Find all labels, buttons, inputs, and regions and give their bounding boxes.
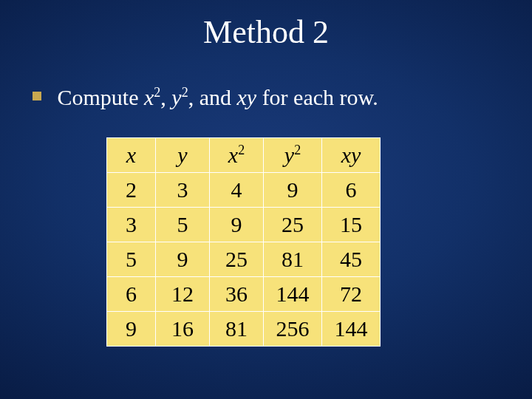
bullet-suffix: for each row. bbox=[256, 85, 378, 109]
table-row: 3 5 9 25 15 bbox=[107, 208, 381, 242]
cell-y: 12 bbox=[156, 277, 210, 312]
cell-xy: 144 bbox=[322, 312, 381, 347]
table-header-row: x y x2 y2 xy bbox=[107, 138, 381, 173]
bullet-icon bbox=[33, 92, 41, 100]
col-header-y2-sup: 2 bbox=[294, 143, 301, 157]
cell-y: 3 bbox=[156, 173, 210, 208]
col-header-x2: x2 bbox=[210, 138, 264, 173]
slide-title: Method 2 bbox=[0, 13, 532, 51]
cell-y2: 81 bbox=[264, 242, 322, 277]
bullet-exp2: 2 bbox=[182, 85, 188, 100]
cell-x2: 25 bbox=[210, 242, 264, 277]
bullet-var1: x bbox=[144, 85, 154, 109]
cell-y: 5 bbox=[156, 208, 210, 242]
cell-x: 2 bbox=[107, 173, 156, 208]
data-table-wrap: x y x2 y2 xy 2 3 4 9 6 3 5 9 25 15 5 bbox=[106, 137, 381, 347]
cell-x: 5 bbox=[107, 242, 156, 277]
cell-x: 6 bbox=[107, 277, 156, 312]
col-header-y-base: y bbox=[177, 143, 187, 167]
cell-x: 9 bbox=[107, 312, 156, 347]
cell-x2: 81 bbox=[210, 312, 264, 347]
cell-x2: 4 bbox=[210, 173, 264, 208]
table-row: 6 12 36 144 72 bbox=[107, 277, 381, 312]
bullet-sep2: , and bbox=[188, 85, 237, 109]
bullet-var2: y bbox=[171, 85, 181, 109]
col-header-xy: xy bbox=[322, 138, 381, 173]
bullet-exp1: 2 bbox=[154, 85, 160, 100]
cell-xy: 6 bbox=[322, 173, 381, 208]
cell-x: 3 bbox=[107, 208, 156, 242]
bullet-prefix: Compute bbox=[58, 85, 145, 109]
cell-y2: 25 bbox=[264, 208, 322, 242]
col-header-x2-sup: 2 bbox=[238, 143, 245, 157]
col-header-x-base: x bbox=[126, 143, 136, 167]
col-header-xy-base: xy bbox=[341, 143, 361, 167]
table-row: 2 3 4 9 6 bbox=[107, 173, 381, 208]
bullet-text: Compute x2, y2, and xy for each row. bbox=[58, 85, 378, 109]
col-header-x2-base: x bbox=[228, 143, 238, 167]
cell-y2: 9 bbox=[264, 173, 322, 208]
table-row: 9 16 81 256 144 bbox=[107, 312, 381, 347]
cell-x2: 36 bbox=[210, 277, 264, 312]
col-header-y: y bbox=[156, 138, 210, 173]
cell-xy: 45 bbox=[322, 242, 381, 277]
cell-x2: 9 bbox=[210, 208, 264, 242]
bullet-sep1: , bbox=[160, 85, 171, 109]
cell-y2: 144 bbox=[264, 277, 322, 312]
table-row: 5 9 25 81 45 bbox=[107, 242, 381, 277]
bullet-line: Compute x2, y2, and xy for each row. bbox=[33, 83, 378, 110]
col-header-y2: y2 bbox=[264, 138, 322, 173]
col-header-y2-base: y bbox=[284, 143, 294, 167]
bullet-var3: xy bbox=[236, 85, 256, 109]
col-header-x: x bbox=[107, 138, 156, 173]
slide: Method 2 Compute x2, y2, and xy for each… bbox=[0, 0, 532, 399]
cell-y: 16 bbox=[156, 312, 210, 347]
cell-xy: 15 bbox=[322, 208, 381, 242]
data-table: x y x2 y2 xy 2 3 4 9 6 3 5 9 25 15 5 bbox=[106, 137, 381, 347]
cell-y2: 256 bbox=[264, 312, 322, 347]
cell-xy: 72 bbox=[322, 277, 381, 312]
cell-y: 9 bbox=[156, 242, 210, 277]
